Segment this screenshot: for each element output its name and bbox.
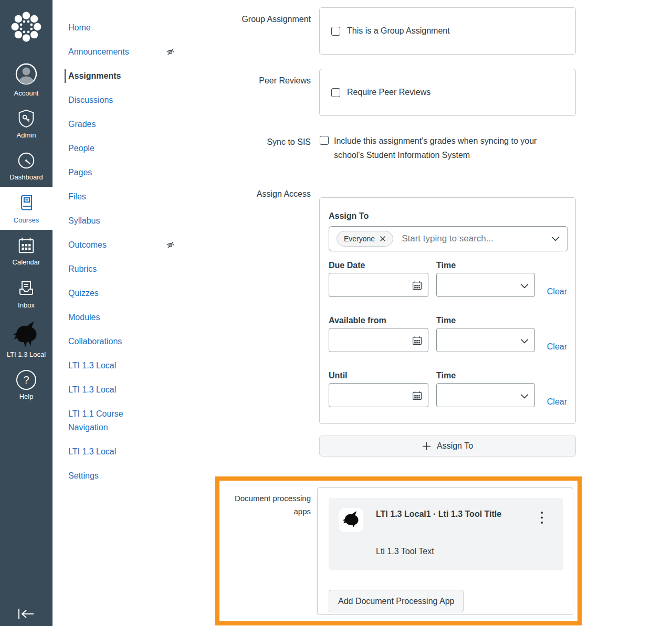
hidden-eye-icon bbox=[165, 47, 175, 61]
course-nav-lti-13-local-3[interactable]: LTI 1.3 Local bbox=[68, 445, 153, 459]
calendar-picker-icon[interactable] bbox=[412, 280, 423, 293]
course-nav-label: Assignments bbox=[68, 71, 121, 80]
course-nav-home[interactable]: Home bbox=[68, 21, 153, 35]
course-nav-rubrics[interactable]: Rubrics bbox=[68, 262, 153, 276]
assign-access-card: Assign To Everyone Due Date Time bbox=[319, 197, 576, 424]
due-date-clear-link[interactable]: Clear bbox=[547, 287, 567, 296]
course-nav-syllabus[interactable]: Syllabus bbox=[68, 214, 153, 228]
course-nav-label: Modules bbox=[68, 313, 100, 322]
plus-icon bbox=[422, 442, 431, 451]
assign-access-label: Assign Access bbox=[184, 187, 311, 200]
sidebar-item-label: Dashboard bbox=[9, 173, 43, 181]
avatar-icon bbox=[14, 61, 39, 87]
due-date-heading: Due Date bbox=[329, 261, 365, 270]
assign-to-search-input[interactable] bbox=[401, 233, 543, 245]
sidebar-item-courses[interactable]: Courses bbox=[0, 187, 52, 230]
course-nav-files[interactable]: Files bbox=[68, 190, 153, 204]
course-nav-modules[interactable]: Modules bbox=[68, 311, 153, 324]
course-nav-label: LTI 1.3 Local bbox=[68, 447, 116, 456]
chevron-down-icon bbox=[520, 391, 529, 403]
course-nav-people[interactable]: People bbox=[68, 142, 153, 155]
collapse-sidebar-button[interactable] bbox=[0, 607, 52, 621]
add-assign-to-button-label: Assign To bbox=[437, 441, 473, 451]
course-nav-label: Quizzes bbox=[68, 289, 99, 298]
until-date-input[interactable] bbox=[329, 383, 428, 407]
tool-title: LTI 1.3 Local1 · Lti 1.3 Tool Title bbox=[376, 506, 513, 522]
peer-reviews-panel: Require Peer Reviews bbox=[319, 69, 576, 116]
kebab-menu-icon[interactable] bbox=[540, 511, 543, 525]
course-nav-announcements[interactable]: Announcements bbox=[68, 45, 153, 59]
time-heading: Time bbox=[436, 371, 456, 380]
sidebar-item-dashboard[interactable]: Dashboard bbox=[0, 145, 52, 187]
sidebar-item-label: Calendar bbox=[13, 258, 40, 266]
course-nav-label: Home bbox=[68, 23, 91, 32]
canvas-assignment-settings-page: Account Admin Dashboard bbox=[0, 0, 672, 626]
gauge-icon bbox=[16, 151, 36, 171]
sidebar-item-label: Inbox bbox=[18, 301, 35, 309]
course-nav-discussions[interactable]: Discussions bbox=[68, 93, 153, 107]
shield-icon bbox=[16, 109, 36, 129]
course-nav-outcomes[interactable]: Outcomes bbox=[68, 238, 153, 252]
until-heading: Until bbox=[329, 371, 348, 380]
collapse-arrow-icon bbox=[16, 607, 36, 621]
sidebar-item-lti-13-local[interactable]: LTI 1.3 Local bbox=[0, 315, 52, 364]
course-nav-grades[interactable]: Grades bbox=[68, 118, 153, 131]
peer-reviews-label: Peer Reviews bbox=[184, 74, 311, 87]
course-nav-pages[interactable]: Pages bbox=[68, 166, 153, 179]
course-nav-settings[interactable]: Settings bbox=[68, 469, 153, 483]
add-assign-to-button[interactable]: Assign To bbox=[319, 436, 576, 457]
sidebar-item-label: Account bbox=[14, 89, 39, 97]
available-from-clear-link[interactable]: Clear bbox=[547, 342, 567, 352]
course-nav-lti-11-course-navigation[interactable]: LTI 1.1 Course Navigation bbox=[68, 407, 153, 434]
until-clear-link[interactable]: Clear bbox=[547, 397, 567, 407]
course-nav-label: Collaborations bbox=[68, 337, 122, 346]
sidebar-item-inbox[interactable]: Inbox bbox=[0, 272, 52, 315]
add-document-processing-app-button[interactable]: Add Document Processing App bbox=[329, 590, 464, 612]
book-icon bbox=[16, 193, 37, 214]
due-time-select[interactable] bbox=[436, 273, 535, 297]
course-nav-label: Files bbox=[68, 192, 86, 201]
assign-to-heading: Assign To bbox=[329, 211, 369, 221]
group-assignment-checkbox-label: This is a Group Assignment bbox=[347, 26, 450, 36]
hidden-eye-icon bbox=[165, 240, 175, 254]
question-mark-icon: ? bbox=[16, 370, 36, 390]
chevron-down-icon[interactable] bbox=[551, 234, 560, 243]
calendar-picker-icon[interactable] bbox=[412, 335, 423, 348]
calendar-picker-icon[interactable] bbox=[412, 390, 423, 403]
until-time-select[interactable] bbox=[436, 383, 535, 407]
tool-description: Lti 1.3 Tool Text bbox=[376, 547, 434, 556]
course-nav-quizzes[interactable]: Quizzes bbox=[68, 287, 153, 300]
course-nav-label: Outcomes bbox=[68, 240, 107, 249]
course-nav-assignments[interactable]: Assignments bbox=[65, 69, 153, 83]
sidebar-item-admin[interactable]: Admin bbox=[0, 103, 52, 145]
everyone-tag: Everyone bbox=[337, 231, 393, 247]
available-from-date-input[interactable] bbox=[329, 328, 428, 352]
course-nav-label: Announcements bbox=[68, 47, 129, 56]
sync-to-sis-checkbox[interactable] bbox=[320, 136, 329, 145]
sidebar-item-label: Courses bbox=[14, 216, 39, 224]
peer-reviews-checkbox[interactable] bbox=[331, 88, 340, 97]
course-nav-label: Settings bbox=[68, 471, 99, 480]
course-nav-label: Grades bbox=[68, 120, 96, 129]
sync-to-sis-checkbox-label: Include this assignment's grades when sy… bbox=[334, 134, 556, 162]
canvas-logo[interactable] bbox=[0, 0, 52, 56]
course-nav-label: Pages bbox=[68, 168, 92, 177]
course-nav-lti-13-local-2[interactable]: LTI 1.3 Local bbox=[68, 383, 153, 397]
chevron-down-icon bbox=[520, 336, 529, 348]
sidebar-item-calendar[interactable]: Calendar bbox=[0, 230, 52, 272]
group-assignment-checkbox[interactable] bbox=[331, 27, 340, 36]
available-from-time-select[interactable] bbox=[436, 328, 535, 352]
add-document-processing-app-label: Add Document Processing App bbox=[338, 597, 454, 606]
sidebar-item-label: Help bbox=[19, 392, 34, 400]
sidebar-item-account[interactable]: Account bbox=[0, 56, 52, 103]
tool-logo-tile bbox=[339, 508, 363, 532]
sidebar-item-help[interactable]: ? Help bbox=[0, 364, 52, 406]
course-nav-collaborations[interactable]: Collaborations bbox=[68, 335, 153, 348]
course-nav-lti-13-local-1[interactable]: LTI 1.3 Local bbox=[68, 359, 153, 373]
sidebar-item-label: LTI 1.3 Local bbox=[7, 351, 46, 358]
inbox-icon bbox=[16, 278, 37, 299]
peer-reviews-checkbox-label: Require Peer Reviews bbox=[347, 88, 430, 97]
due-date-input[interactable] bbox=[329, 273, 428, 297]
assign-to-combobox[interactable]: Everyone bbox=[329, 226, 568, 251]
remove-everyone-icon[interactable] bbox=[380, 236, 386, 242]
